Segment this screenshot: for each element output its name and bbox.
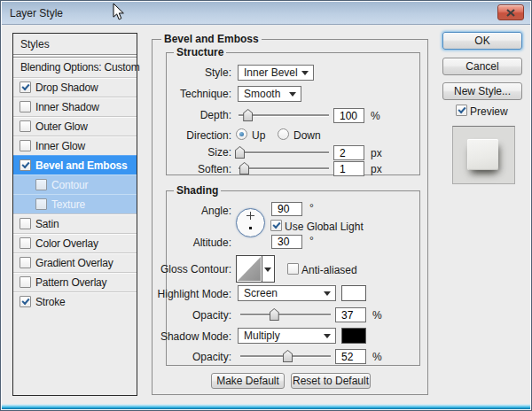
- screenshot: Layer Style Styles Blending Options: Cus…: [0, 0, 532, 411]
- altitude-label: Altitude:: [125, 237, 231, 249]
- soften-unit: px: [371, 163, 382, 175]
- highlight-mode-dropdown[interactable]: Screen: [238, 285, 336, 301]
- shadow-color-swatch[interactable]: [341, 328, 366, 344]
- reset-to-default-button[interactable]: Reset to Default: [291, 373, 371, 389]
- style-enabled-checkbox[interactable]: [35, 179, 47, 190]
- shadow-mode-value: Multiply: [244, 330, 280, 342]
- panel-title: Bevel and Emboss: [161, 33, 262, 45]
- style-enabled-checkbox[interactable]: [20, 159, 31, 171]
- style-enabled-checkbox[interactable]: [20, 140, 31, 151]
- style-enabled-checkbox[interactable]: [20, 120, 31, 132]
- structure-legend: Structure: [174, 46, 226, 58]
- style-dropdown[interactable]: Inner Bevel: [238, 65, 314, 81]
- preview-checkbox[interactable]: [456, 105, 467, 116]
- direction-down-label: Down: [293, 129, 321, 142]
- angle-label: Angle:: [125, 205, 231, 217]
- title-bar[interactable]: Layer Style: [2, 2, 530, 25]
- sidebar-item-label: Bevel and Emboss: [35, 159, 128, 172]
- gloss-contour-thumbnail[interactable]: [237, 256, 262, 282]
- style-value: Inner Bevel: [244, 66, 298, 79]
- sidebar-item-contour[interactable]: Contour: [13, 174, 137, 194]
- preview-thumbnail: [452, 126, 515, 184]
- layer-style-dialog: Layer Style Styles Blending Options: Cus…: [0, 0, 532, 411]
- direction-down-radio[interactable]: [278, 128, 289, 140]
- direction-label: Direction:: [125, 129, 231, 142]
- opacity-highlight-unit: %: [372, 309, 382, 322]
- sidebar-item-label: Stroke: [35, 296, 65, 308]
- sidebar-item-texture[interactable]: Texture: [13, 194, 137, 213]
- soften-slider-track[interactable]: [239, 167, 329, 169]
- style-enabled-checkbox[interactable]: [20, 81, 31, 93]
- style-enabled-checkbox[interactable]: [20, 237, 31, 249]
- depth-unit: %: [371, 110, 380, 122]
- direction-up-label: Up: [252, 129, 265, 142]
- angle-handle-crosshair-icon[interactable]: [246, 212, 254, 220]
- sidebar-item-stroke[interactable]: Stroke: [13, 291, 137, 311]
- sidebar-item-bevel-and-emboss[interactable]: Bevel and Emboss: [13, 155, 137, 174]
- technique-value: Smooth: [244, 88, 280, 100]
- sidebar-item-drop-shadow[interactable]: Drop Shadow: [13, 77, 137, 97]
- sidebar-item-label: Texture: [51, 198, 85, 211]
- style-enabled-checkbox[interactable]: [20, 296, 31, 307]
- shading-legend: Shading: [174, 184, 221, 197]
- altitude-input[interactable]: [271, 235, 302, 249]
- sidebar-item-label: Gradient Overlay: [35, 257, 113, 269]
- linear-contour-icon: [238, 257, 261, 281]
- direction-up-radio[interactable]: [236, 128, 247, 140]
- depth-label: Depth:: [125, 109, 231, 121]
- sidebar-item-label: Contour: [51, 179, 88, 191]
- size-input[interactable]: [333, 145, 364, 160]
- new-style-button[interactable]: New Style...: [442, 82, 522, 100]
- technique-dropdown[interactable]: Smooth: [238, 86, 301, 102]
- highlight-color-swatch[interactable]: [341, 285, 366, 301]
- sidebar-item-label: Drop Shadow: [35, 81, 98, 94]
- sidebar-item-blending-options-custom[interactable]: Blending Options: Custom: [13, 58, 137, 77]
- mouse-cursor: [113, 3, 125, 21]
- sidebar-item-outer-glow[interactable]: Outer Glow: [13, 116, 137, 136]
- gloss-contour-label: Gloss Contour:: [125, 263, 231, 275]
- angle-center-dot: [249, 227, 252, 229]
- use-global-light-checkbox[interactable]: [270, 220, 282, 231]
- style-enabled-checkbox[interactable]: [20, 101, 31, 112]
- opacity-shadow-unit: %: [372, 351, 382, 363]
- highlight-mode-label: Highlight Mode:: [125, 288, 231, 300]
- opacity-highlight-input[interactable]: [335, 307, 366, 322]
- altitude-unit: °: [309, 235, 314, 247]
- soften-input[interactable]: [333, 161, 364, 176]
- cancel-button[interactable]: Cancel: [442, 58, 522, 75]
- preview-label: Preview: [470, 105, 508, 118]
- sidebar-item-inner-shadow[interactable]: Inner Shadow: [13, 97, 137, 116]
- make-default-button[interactable]: Make Default: [211, 373, 285, 389]
- angle-input[interactable]: [271, 202, 302, 216]
- technique-label: Technique:: [125, 88, 231, 100]
- ok-button[interactable]: OK: [442, 32, 522, 50]
- style-label: Style:: [125, 66, 231, 79]
- opacity-shadow-label: Opacity:: [125, 351, 231, 363]
- sidebar-item-gradient-overlay[interactable]: Gradient Overlay: [13, 252, 137, 272]
- chevron-down-icon[interactable]: [264, 268, 271, 272]
- angle-dial[interactable]: [236, 208, 265, 237]
- sidebar-item-inner-glow[interactable]: Inner Glow: [13, 136, 137, 155]
- sidebar-item-label: Blending Options: Custom: [20, 61, 140, 74]
- sidebar-item-label: Pattern Overlay: [35, 276, 106, 289]
- style-enabled-checkbox[interactable]: [20, 276, 31, 288]
- style-enabled-checkbox[interactable]: [35, 198, 47, 210]
- size-slider-track[interactable]: [239, 151, 329, 153]
- close-button[interactable]: [497, 4, 524, 20]
- style-enabled-checkbox[interactable]: [20, 257, 31, 268]
- opacity-highlight-slider-track[interactable]: [240, 314, 331, 315]
- sidebar-item-pattern-overlay[interactable]: Pattern Overlay: [13, 272, 137, 291]
- shadow-mode-dropdown[interactable]: Multiply: [238, 328, 336, 344]
- opacity-shadow-input[interactable]: [335, 349, 366, 364]
- style-enabled-checkbox[interactable]: [20, 218, 31, 229]
- size-unit: px: [371, 147, 382, 159]
- depth-input[interactable]: [333, 108, 364, 123]
- sidebar-item-satin[interactable]: Satin: [13, 213, 137, 233]
- sidebar-item-label: Color Overlay: [35, 237, 98, 250]
- gloss-contour-picker[interactable]: [236, 255, 275, 283]
- sidebar-item-label: Inner Shadow: [35, 101, 99, 113]
- shadow-mode-label: Shadow Mode:: [125, 330, 231, 343]
- use-global-light-label: Use Global Light: [285, 221, 364, 233]
- anti-aliased-checkbox[interactable]: [287, 263, 299, 275]
- sidebar-item-color-overlay[interactable]: Color Overlay: [13, 233, 137, 252]
